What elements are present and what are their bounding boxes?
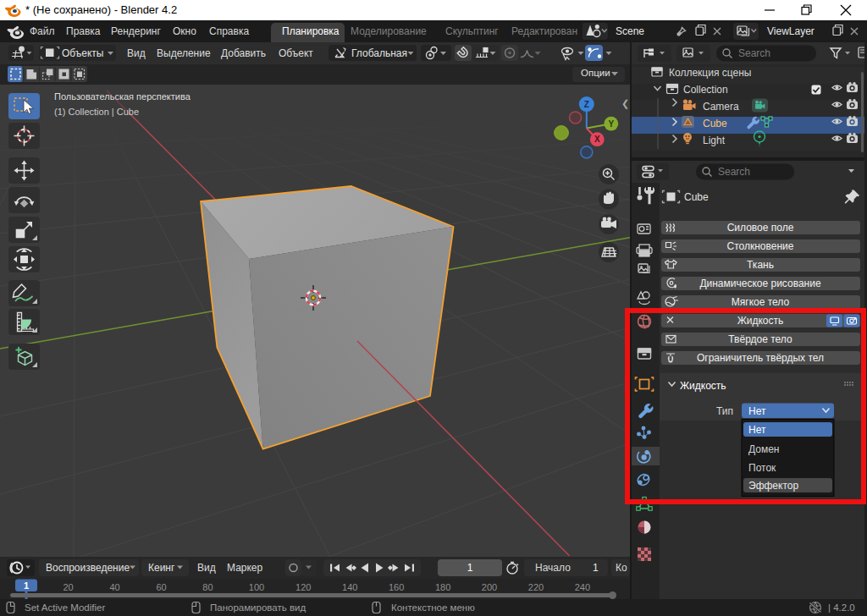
svg-text:Вид: Вид bbox=[127, 47, 146, 59]
svg-text:Контекстное меню: Контекстное меню bbox=[391, 602, 475, 613]
svg-text:Y: Y bbox=[608, 119, 614, 129]
svg-text:Camera: Camera bbox=[703, 101, 739, 113]
svg-text:1: 1 bbox=[467, 562, 473, 574]
svg-text:Collection: Collection bbox=[683, 84, 728, 96]
svg-text:Динамическое рисование: Динамическое рисование bbox=[699, 278, 821, 289]
svg-text:1: 1 bbox=[24, 580, 29, 591]
svg-text:240: 240 bbox=[575, 582, 590, 592]
svg-text:200: 200 bbox=[482, 582, 497, 592]
svg-text:Z: Z bbox=[584, 100, 589, 109]
svg-text:| 4.2.0: | 4.2.0 bbox=[828, 602, 855, 613]
svg-text:Объект: Объект bbox=[279, 47, 313, 59]
svg-text:Начало: Начало bbox=[535, 562, 571, 574]
svg-text:60: 60 bbox=[156, 582, 166, 592]
svg-text:140: 140 bbox=[342, 582, 357, 592]
svg-text:Light: Light bbox=[703, 135, 726, 146]
svg-text:20: 20 bbox=[63, 582, 73, 592]
svg-text:Выделение: Выделение bbox=[157, 47, 211, 59]
svg-text:Ткань: Ткань bbox=[747, 259, 774, 271]
svg-text:Силовое поле: Силовое поле bbox=[727, 222, 794, 234]
svg-text:100: 100 bbox=[249, 582, 264, 592]
svg-text:Объекты: Объекты bbox=[62, 47, 104, 59]
svg-text:Маркер: Маркер bbox=[227, 562, 263, 574]
svg-text:120: 120 bbox=[295, 582, 311, 592]
svg-text:Scene: Scene bbox=[616, 25, 644, 37]
svg-text:220: 220 bbox=[528, 582, 544, 592]
svg-text:Воспроизведение: Воспроизведение bbox=[46, 562, 130, 574]
svg-text:40: 40 bbox=[109, 582, 119, 592]
svg-text:Search: Search bbox=[738, 47, 770, 59]
svg-text:ViewLayer: ViewLayer bbox=[767, 25, 815, 37]
svg-text:Мягкое тело: Мягкое тело bbox=[732, 296, 790, 308]
svg-text:160: 160 bbox=[389, 582, 404, 592]
svg-text:Вид: Вид bbox=[197, 562, 216, 574]
svg-text:1: 1 bbox=[593, 562, 599, 574]
svg-text:Коллекция сцены: Коллекция сцены bbox=[669, 67, 751, 79]
svg-text:Cube: Cube bbox=[684, 191, 709, 203]
svg-text:80: 80 bbox=[202, 582, 213, 592]
svg-text:Глобальная: Глобальная bbox=[351, 47, 407, 59]
svg-text:Кеинг: Кеинг bbox=[148, 562, 175, 574]
svg-text:Set Active Modifier: Set Active Modifier bbox=[25, 602, 105, 613]
svg-text:Ко: Ко bbox=[616, 562, 627, 574]
svg-text:Добавить: Добавить bbox=[221, 47, 266, 59]
svg-text:X: X bbox=[594, 135, 600, 144]
svg-text:Панорамировать вид: Панорамировать вид bbox=[210, 602, 306, 613]
svg-text:Cube: Cube bbox=[703, 118, 727, 129]
svg-text:Столкновение: Столкновение bbox=[727, 240, 794, 252]
svg-text:180: 180 bbox=[435, 582, 450, 592]
svg-text:Search: Search bbox=[718, 166, 750, 178]
